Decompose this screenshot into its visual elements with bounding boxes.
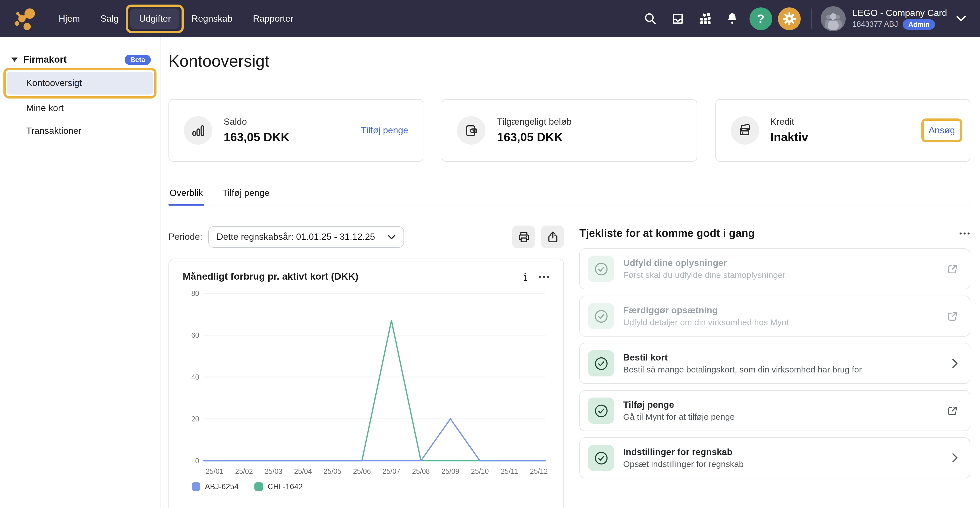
gear-icon[interactable] — [778, 7, 800, 30]
chevron-down-icon — [388, 234, 396, 240]
beta-badge: Beta — [125, 54, 151, 65]
link-label: Tilføj penge — [361, 125, 408, 135]
spending-line-chart: 02040608025/0125/0225/0325/0425/0525/062… — [183, 285, 551, 479]
period-dropdown[interactable]: Dette regnskabsår: 01.01.25 - 31.12.25 — [208, 226, 404, 248]
sidebar-item-label: Kontooversigt — [26, 78, 82, 88]
chevron-right-icon — [951, 358, 958, 369]
svg-text:60: 60 — [191, 331, 199, 339]
svg-text:0: 0 — [195, 457, 199, 465]
check-circle-icon — [588, 398, 614, 424]
export-button[interactable] — [541, 225, 564, 248]
notifications-bell-icon[interactable] — [721, 7, 743, 30]
checklist-item-title: Tilføj penge — [623, 400, 735, 410]
period-row: Periode: Dette regnskabsår: 01.01.25 - 3… — [169, 225, 564, 248]
external-link-icon — [947, 263, 958, 275]
legend-label: ABJ-6254 — [205, 482, 239, 491]
nav-item-regnskab[interactable]: Regnskab — [183, 8, 241, 29]
checklist-item-tilfoej-penge[interactable]: Tilføj penge Gå til Mynt for at tilføje … — [579, 390, 970, 431]
bar-chart-icon — [184, 116, 212, 145]
svg-text:80: 80 — [191, 289, 199, 297]
tilgaengeligt-value: 163,05 DKK — [497, 130, 572, 144]
checklist-item-udfyld-oplysninger[interactable]: Udfyld dine oplysninger Først skal du ud… — [579, 248, 970, 289]
chevron-down-icon[interactable] — [956, 15, 966, 22]
checklist-item-indstillinger[interactable]: Indstillinger for regnskab Opsæt indstil… — [579, 438, 970, 478]
account-number: 1843377 ABJ — [852, 20, 898, 29]
svg-text:25/08: 25/08 — [412, 467, 430, 475]
checklist-panel: Tjekliste for at komme godt i gang Udfyl… — [579, 225, 970, 508]
nav-item-salg[interactable]: Salg — [92, 8, 127, 29]
nav-item-label: Udgifter — [139, 13, 171, 23]
nav-item-udgifter[interactable]: Udgifter — [130, 8, 180, 29]
check-circle-icon — [588, 350, 614, 377]
account-switcher[interactable]: LEGO - Company Card 1843377 ABJ Admin — [852, 8, 947, 29]
external-link-icon — [947, 310, 958, 322]
company-name: LEGO - Company Card — [852, 8, 947, 18]
search-icon[interactable] — [639, 7, 662, 30]
svg-text:25/07: 25/07 — [382, 467, 400, 475]
saldo-value: 163,05 DKK — [224, 130, 290, 144]
checklist-item-faerdiggoer-opsaetning[interactable]: Færdiggør opsætning Udfyld detaljer om d… — [579, 296, 970, 337]
legend-label: CHL-1642 — [268, 482, 303, 491]
help-icon[interactable]: ? — [749, 7, 772, 30]
checklist-item-subtitle: Opsæt indstillinger for regnskab — [623, 459, 744, 469]
svg-text:25/05: 25/05 — [323, 467, 342, 475]
nav-divider — [811, 8, 811, 29]
tilgaengeligt-beloeb-card: Tilgængeligt beløb 163,05 DKK — [442, 99, 697, 162]
checklist-items: Udfyld dine oplysninger Først skal du ud… — [579, 248, 970, 478]
checklist-menu-icon[interactable] — [959, 232, 970, 235]
help-glyph: ? — [757, 12, 765, 26]
sidebar-item-mine-kort[interactable]: Mine kort — [0, 97, 160, 120]
ansoeg-link[interactable]: Ansøg — [929, 125, 955, 136]
legend-item-chl-1642[interactable]: CHL-1642 — [255, 482, 303, 491]
svg-text:25/03: 25/03 — [265, 467, 283, 475]
inbox-icon[interactable] — [666, 7, 689, 30]
checklist-item-title: Bestil kort — [623, 353, 862, 363]
chart-menu-icon[interactable] — [538, 275, 550, 278]
app-logo-icon[interactable] — [13, 6, 38, 31]
main-content: Kontooversigt Saldo 163,05 DKK — [161, 37, 980, 508]
check-circle-icon — [588, 445, 614, 471]
legend-swatch — [255, 482, 263, 491]
kredit-card: Kredit Inaktiv Ansøg — [715, 99, 970, 162]
svg-text:25/10: 25/10 — [471, 467, 489, 475]
nav-item-rapporter[interactable]: Rapporter — [245, 8, 302, 29]
sidebar-item-transaktioner[interactable]: Transaktioner — [0, 120, 160, 142]
tab-label: Overblik — [170, 188, 203, 198]
main-menu: Hjem Salg Udgifter Regnskab Rapporter — [50, 8, 302, 29]
svg-text:25/02: 25/02 — [235, 467, 253, 475]
tilfoej-penge-link[interactable]: Tilføj penge — [361, 125, 408, 136]
avatar[interactable] — [820, 6, 845, 31]
summary-cards-row: Saldo 163,05 DKK Tilføj penge Ti — [169, 99, 970, 162]
checklist-item-title: Færdiggør opsætning — [623, 305, 789, 316]
tabs-divider — [169, 206, 970, 206]
sidebar-section-label: Firmakort — [23, 54, 67, 65]
info-icon[interactable]: i — [520, 270, 530, 283]
nav-item-hjem[interactable]: Hjem — [50, 8, 89, 29]
checklist-item-bestil-kort[interactable]: Bestil kort Bestil så mange betalingskor… — [579, 343, 970, 384]
chart-legend: ABJ-6254CHL-1642 — [183, 482, 550, 491]
saldo-label: Saldo — [224, 117, 290, 127]
checklist-item-subtitle: Gå til Mynt for at tilføje penge — [623, 412, 735, 422]
chevron-right-icon — [951, 453, 958, 463]
link-label: Ansøg — [929, 125, 955, 135]
external-link-icon — [947, 405, 958, 417]
tilgaengeligt-label: Tilgængeligt beløb — [497, 117, 572, 127]
sidebar-item-label: Mine kort — [26, 103, 64, 113]
sidebar-item-kontooversigt[interactable]: Kontooversigt — [7, 72, 153, 94]
svg-text:25/06: 25/06 — [353, 467, 371, 475]
tab-overblik[interactable]: Overblik — [170, 188, 203, 206]
period-label: Periode: — [169, 232, 202, 242]
legend-swatch — [192, 482, 200, 491]
svg-text:25/11: 25/11 — [501, 467, 518, 475]
chart-card: Månedligt forbrug pr. aktivt kort (DKK) … — [169, 259, 564, 508]
sidebar-section-firmakort[interactable]: Firmakort Beta — [0, 50, 160, 69]
print-button[interactable] — [512, 225, 535, 248]
nav-item-label: Rapporter — [253, 13, 293, 23]
saldo-card: Saldo 163,05 DKK Tilføj penge — [169, 99, 424, 162]
svg-text:25/12: 25/12 — [530, 467, 548, 475]
svg-text:40: 40 — [191, 373, 199, 381]
apps-grid-icon[interactable] — [694, 7, 716, 30]
legend-item-abj-6254[interactable]: ABJ-6254 — [192, 482, 239, 491]
tab-tilfoej-penge[interactable]: Tilføj penge — [222, 188, 269, 206]
kredit-label: Kredit — [770, 117, 808, 127]
